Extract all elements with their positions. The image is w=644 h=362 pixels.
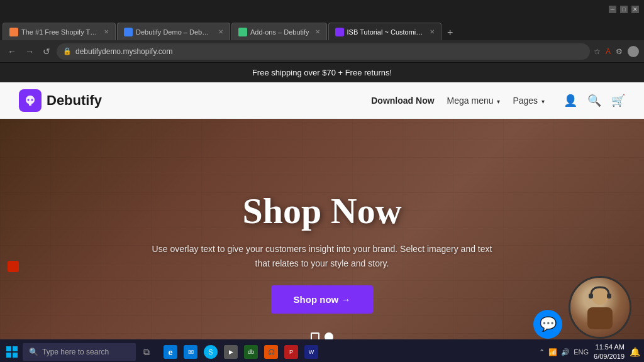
address-bar-row: ← → ↺ 🔒 debutifydemo.myshopify.com ☆ A ⚙ bbox=[0, 40, 644, 63]
tab-close-3[interactable]: ✕ bbox=[315, 28, 320, 35]
logo-area: Debutify bbox=[19, 89, 102, 112]
recording-indicator bbox=[8, 261, 19, 272]
notification-icon[interactable]: 🔔 bbox=[630, 347, 640, 357]
app-icon-1[interactable]: ▶ bbox=[223, 344, 239, 360]
tab-close-4[interactable]: ✕ bbox=[430, 28, 435, 35]
address-bar[interactable]: 🔒 debutifydemo.myshopify.com bbox=[57, 43, 590, 60]
mail-icon[interactable]: ✉ bbox=[182, 344, 199, 360]
address-icons: ☆ A ⚙ bbox=[594, 46, 639, 57]
svg-point-0 bbox=[28, 99, 30, 101]
tray-chevron[interactable]: ⌃ bbox=[539, 348, 545, 356]
shop-now-button[interactable]: Shop now → bbox=[271, 285, 374, 314]
taskbar-right: ⌃ 📶 🔊 ENG 11:54 AM 6/09/2019 🔔 bbox=[539, 343, 640, 362]
taskbar-search-placeholder: Type here to search bbox=[42, 348, 109, 356]
nav-mega-menu[interactable]: Mega menu ▾ bbox=[447, 96, 501, 106]
svg-rect-9 bbox=[13, 353, 18, 358]
tab-3[interactable]: Add-ons – Debutify ✕ bbox=[231, 23, 327, 40]
messenger-button[interactable]: 💬 bbox=[533, 310, 562, 339]
svg-rect-3 bbox=[587, 307, 613, 329]
svg-point-1 bbox=[31, 99, 33, 101]
slide-indicator-1[interactable] bbox=[311, 332, 319, 339]
site-header: Debutify Download Now Mega menu ▾ Pages … bbox=[0, 82, 644, 119]
tab-title-2: Debutify Demo – Debutifydemo bbox=[136, 28, 213, 36]
tab-2[interactable]: Debutify Demo – Debutifydemo ✕ bbox=[117, 23, 230, 40]
website-content: Free shipping over $70 + Free returns! D… bbox=[0, 63, 644, 339]
tab-close-1[interactable]: ✕ bbox=[104, 28, 109, 35]
tab-favicon-2 bbox=[124, 28, 133, 36]
taskbar: 🔍 Type here to search ⧉ e ✉ S ▶ db 🎧 P W bbox=[0, 339, 644, 362]
svg-rect-7 bbox=[13, 346, 18, 351]
reload-button[interactable]: ↺ bbox=[40, 45, 53, 58]
nav-links: Download Now Mega menu ▾ Pages ▾ bbox=[371, 96, 545, 106]
skype-icon[interactable]: S bbox=[203, 344, 219, 360]
maximize-button[interactable]: □ bbox=[620, 6, 628, 13]
app-icon-4[interactable]: P bbox=[283, 344, 299, 360]
hero-title: Shop Now bbox=[0, 190, 644, 232]
hero-section: Shop Now Use overlay text to give your c… bbox=[0, 119, 644, 339]
clock-date: 6/09/2019 bbox=[594, 352, 625, 361]
tab-4[interactable]: ISB Tutorial ~ Customize ~ Deb... ✕ bbox=[328, 23, 441, 40]
account-icon[interactable]: 👤 bbox=[564, 94, 577, 107]
svg-rect-5 bbox=[607, 293, 611, 299]
taskbar-search-icon: 🔍 bbox=[29, 348, 38, 356]
app-icon-3[interactable]: 🎧 bbox=[263, 344, 279, 360]
svg-rect-4 bbox=[589, 293, 593, 299]
clock[interactable]: 11:54 AM 6/09/2019 bbox=[594, 343, 625, 362]
start-button[interactable] bbox=[4, 344, 20, 360]
svg-rect-8 bbox=[6, 353, 11, 358]
tab-title-4: ISB Tutorial ~ Customize ~ Deb... bbox=[347, 28, 424, 36]
star-icon[interactable]: ☆ bbox=[594, 47, 601, 56]
header-icons: 👤 🔍 🛒 bbox=[564, 94, 625, 107]
slide-indicator-2[interactable] bbox=[325, 332, 333, 339]
taskbar-search[interactable]: 🔍 Type here to search bbox=[23, 343, 136, 361]
logo-icon bbox=[19, 89, 42, 112]
hero-content: Shop Now Use overlay text to give your c… bbox=[0, 190, 644, 314]
tabs-bar: The #1 Free Shopify Theme – De... ✕ Debu… bbox=[0, 19, 644, 40]
new-tab-button[interactable]: + bbox=[443, 25, 458, 40]
adobe-icon[interactable]: A bbox=[606, 47, 611, 56]
messenger-icon: 💬 bbox=[540, 316, 557, 332]
lang-label[interactable]: ENG bbox=[574, 348, 589, 356]
network-icon[interactable]: 📶 bbox=[548, 348, 557, 356]
tab-favicon-4 bbox=[335, 28, 344, 36]
cart-icon[interactable]: 🛒 bbox=[611, 94, 625, 107]
tab-title-1: The #1 Free Shopify Theme – De... bbox=[21, 28, 98, 36]
lock-icon: 🔒 bbox=[63, 47, 72, 55]
tab-favicon-1 bbox=[9, 28, 18, 36]
app-icon-2[interactable]: db bbox=[243, 344, 259, 360]
clock-time: 11:54 AM bbox=[594, 343, 625, 352]
nav-download[interactable]: Download Now bbox=[371, 96, 434, 106]
announcement-text: Free shipping over $70 + Free returns! bbox=[252, 68, 392, 77]
profile-icon[interactable] bbox=[628, 46, 639, 57]
announcement-bar: Free shipping over $70 + Free returns! bbox=[0, 63, 644, 82]
title-bar: ─ □ ✕ bbox=[0, 0, 644, 19]
back-button[interactable]: ← bbox=[5, 45, 19, 58]
search-icon[interactable]: 🔍 bbox=[587, 94, 601, 107]
system-tray: ⌃ 📶 🔊 ENG bbox=[539, 348, 589, 356]
volume-icon[interactable]: 🔊 bbox=[561, 348, 570, 356]
browser-window: ─ □ ✕ The #1 Free Shopify Theme – De... … bbox=[0, 0, 644, 63]
settings-icon[interactable]: ⚙ bbox=[616, 47, 623, 56]
tab-1[interactable]: The #1 Free Shopify Theme – De... ✕ bbox=[3, 23, 116, 40]
tab-favicon-3 bbox=[238, 28, 247, 36]
minimize-button[interactable]: ─ bbox=[609, 6, 616, 13]
edge-icon[interactable]: e bbox=[162, 344, 179, 360]
url-text: debutifydemo.myshopify.com bbox=[75, 47, 584, 56]
window-controls: ─ □ ✕ bbox=[609, 6, 639, 13]
webcam-overlay bbox=[569, 276, 631, 339]
logo-text: Debutify bbox=[47, 92, 102, 109]
tab-title-3: Add-ons – Debutify bbox=[250, 28, 309, 36]
hero-subtitle: Use overlay text to give your customers … bbox=[146, 242, 498, 270]
pages-arrow: ▾ bbox=[541, 98, 545, 105]
mega-menu-arrow: ▾ bbox=[497, 98, 500, 105]
forward-button[interactable]: → bbox=[23, 45, 36, 58]
nav-pages[interactable]: Pages ▾ bbox=[513, 96, 545, 106]
svg-rect-6 bbox=[6, 346, 11, 351]
app-icon-5[interactable]: W bbox=[303, 344, 319, 360]
close-button[interactable]: ✕ bbox=[631, 6, 639, 13]
tab-close-2[interactable]: ✕ bbox=[218, 28, 223, 35]
taskbar-apps: e ✉ S ▶ db 🎧 P W bbox=[162, 344, 319, 360]
hero-indicators bbox=[311, 332, 333, 339]
webcam-video bbox=[570, 278, 630, 337]
task-view-button[interactable]: ⧉ bbox=[138, 344, 155, 360]
